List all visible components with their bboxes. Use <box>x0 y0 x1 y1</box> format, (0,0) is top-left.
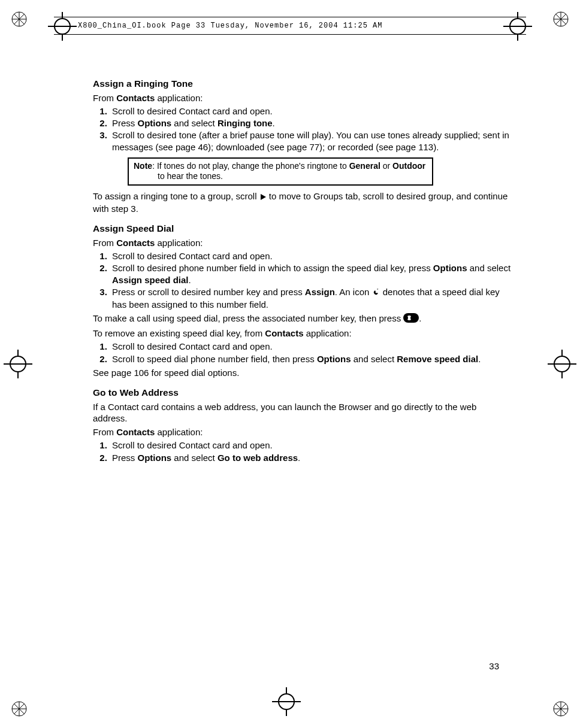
body-text: To assign a ringing tone to a group, scr… <box>93 190 512 214</box>
print-header-text: X800_China_OI.book Page 33 Tuesday, Nove… <box>54 22 382 30</box>
ordered-list: Scroll to desired Contact card and open.… <box>93 105 512 153</box>
registration-mark-icon <box>276 691 297 712</box>
heading-go-to-web-address: Go to Web Address <box>93 387 512 399</box>
crop-mark-icon <box>549 7 573 31</box>
body-text: From Contacts application: <box>93 426 512 438</box>
right-arrow-icon <box>259 192 267 203</box>
note-box: Note: If tones do not play, change the p… <box>128 157 433 186</box>
registration-mark-icon <box>7 353 29 375</box>
speed-dial-icon: * <box>372 287 380 299</box>
crop-mark-icon <box>7 697 31 721</box>
body-text: From Contacts application: <box>93 237 512 248</box>
ordered-list: Scroll to desired Contact card and open.… <box>93 439 512 463</box>
heading-assign-ringing-tone: Assign a Ringing Tone <box>93 78 512 90</box>
list-item: Scroll to desired Contact card and open. <box>110 250 512 262</box>
list-item: Scroll to desired tone (after a brief pa… <box>110 129 512 152</box>
list-item: Scroll to desired phone number field in … <box>110 262 512 285</box>
heading-assign-speed-dial: Assign Speed Dial <box>93 223 512 235</box>
list-item: Press or scroll to desired number key an… <box>110 286 512 310</box>
crop-mark-icon <box>549 697 573 721</box>
body-text: See page 106 for speed dial options. <box>93 367 512 378</box>
page-number: 33 <box>489 661 499 671</box>
crop-mark-icon <box>7 7 31 31</box>
svg-rect-22 <box>403 313 419 323</box>
body-text: To make a call using speed dial, press t… <box>93 313 512 325</box>
list-item: Press Options and select Go to web addre… <box>110 452 512 463</box>
list-item: Scroll to desired Contact card and open. <box>110 105 512 117</box>
list-item: Scroll to speed dial phone number field,… <box>110 353 512 365</box>
page-content: Assign a Ringing Tone From Contacts appl… <box>93 78 512 466</box>
list-item: Scroll to desired Contact card and open. <box>110 439 512 451</box>
ordered-list: Scroll to desired Contact card and open.… <box>93 341 512 364</box>
body-text: If a Contact card contains a web address… <box>93 401 512 424</box>
call-key-icon <box>403 313 419 325</box>
body-text: From Contacts application: <box>93 92 512 104</box>
ordered-list: Scroll to desired Contact card and open.… <box>93 250 512 310</box>
body-text: To remove an existing speed dial key, fr… <box>93 327 512 339</box>
list-item: Press Options and select Ringing tone. <box>110 117 512 129</box>
note-label: Note <box>134 161 152 171</box>
print-header-bar: X800_China_OI.book Page 33 Tuesday, Nove… <box>54 17 526 35</box>
svg-marker-20 <box>261 194 266 200</box>
svg-text:*: * <box>377 288 379 292</box>
list-item: Scroll to desired Contact card and open. <box>110 341 512 352</box>
registration-mark-icon <box>551 353 573 375</box>
